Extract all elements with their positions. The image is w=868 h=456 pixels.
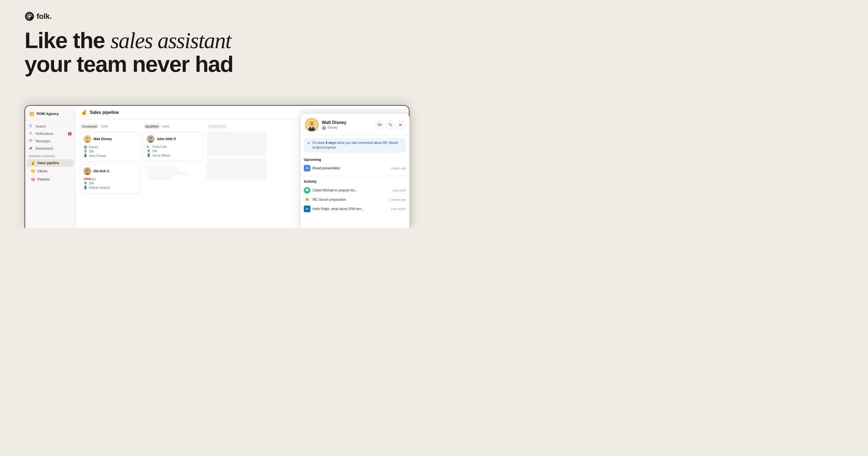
sidebar: 💥 POW Agency Search Notifications 6 Mess…	[25, 106, 75, 228]
kanban-card-blurred-1	[143, 163, 203, 184]
column-amount-contacted: $30K	[101, 125, 108, 128]
sidebar-group-sales-pipeline[interactable]: 💰 Sales pipeline	[27, 159, 74, 167]
dashboards-icon	[29, 146, 33, 150]
card-company-disney: 🏰 Disney	[84, 145, 136, 149]
contact-company-emoji: 🏰	[322, 126, 326, 130]
activity-time-linkedin: Last month	[391, 207, 406, 211]
card-contact-coca-cola: 👤 Jenny Wilson	[147, 153, 200, 157]
workspace-name: POW Agency	[37, 112, 59, 116]
ai-nudge-text: It's been 8 days since you last connecte…	[313, 141, 403, 150]
pipeline-header-emoji: 💰	[81, 110, 87, 116]
ai-sparkle-icon: ✦	[307, 141, 310, 145]
svg-rect-7	[30, 147, 31, 149]
card-contact-lego: 👤 Kathryn Murphy	[84, 186, 136, 189]
calendar-icon: 31	[304, 165, 310, 172]
sidebar-item-search[interactable]: Search	[25, 123, 75, 130]
column-tag-contacted: Contacted	[80, 124, 99, 129]
partners-emoji: 🧠	[31, 177, 35, 182]
svg-point-13	[86, 169, 89, 172]
contact-actions: M	[375, 120, 405, 129]
logo-text: folk.	[37, 12, 52, 21]
kanban-card-walt-disney[interactable]: Walt Disney 🏰 Disney 💲 20k 👤 Jane Cooper	[80, 132, 140, 162]
card-person-row-ole: Ole Kirk C.	[84, 168, 136, 175]
svg-rect-8	[31, 147, 32, 149]
upcoming-item-brand-presentation[interactable]: 31 Brand presentation 8 days ago	[304, 164, 406, 173]
svg-rect-6	[29, 148, 30, 149]
sidebar-item-messages[interactable]: Messages	[25, 138, 75, 145]
sidebar-group-clients[interactable]: 💛 Clients	[27, 168, 74, 175]
activity-item-whatsapp[interactable]: 💬 Called Michael to prepare for... Last …	[304, 186, 406, 195]
kanban-column-closed-won: Closed Won	[207, 124, 267, 226]
upcoming-section: Upcoming 31 Brand presentation 8 days ag…	[301, 155, 409, 175]
phone-action-button[interactable]	[386, 120, 395, 129]
clients-emoji: 💛	[31, 169, 35, 173]
contact-name: Walt Disney	[322, 120, 372, 125]
kanban-card-john-stith[interactable]: John Stith P. ■ Coca-Cola 💲 20k 👤 Jenny …	[143, 132, 203, 161]
svg-line-3	[31, 127, 32, 127]
kanban-card-ole-kirk[interactable]: Ole Kirk C. LEGO Lego 💲 20k 👤 Kathryn Mu…	[80, 164, 140, 193]
kanban-column-qualified: Qualified $45K John Stith P.	[143, 124, 203, 226]
upcoming-label: Brand presentation	[313, 166, 389, 170]
shared-groups-label: Shared groups	[25, 152, 75, 159]
pipeline-header-title: Sales pipeline	[90, 110, 119, 115]
svg-point-16	[149, 137, 152, 140]
activity-text-linkedin: Hello Ralph, what about 2PM tom...	[313, 207, 389, 211]
avatar-john-stith	[147, 135, 154, 143]
hero-line1: Like the sales assistant	[25, 29, 233, 53]
card-amount-coca-cola: 💲 20k	[147, 149, 200, 153]
activity-time-gmail: 2 weeks ago	[389, 198, 406, 201]
upcoming-section-title: Upcoming	[304, 157, 406, 162]
contact-info: Walt Disney 🏰 Disney	[322, 120, 372, 130]
amount-icon: 💲	[84, 149, 87, 153]
column-header-contacted: Contacted $30K	[80, 124, 140, 129]
column-header-closed: Closed Won	[207, 124, 267, 129]
sidebar-item-notifications[interactable]: Notifications 6	[25, 130, 75, 138]
sales-pipeline-emoji: 💰	[31, 161, 35, 165]
workspace-header[interactable]: 💥 POW Agency	[25, 109, 75, 120]
divider-line	[301, 176, 409, 176]
coca-cola-icon: ■	[147, 145, 151, 148]
column-tag-qualified: Qualified	[143, 124, 160, 129]
workspace-emoji: 💥	[29, 111, 34, 116]
card-amount-lego: 💲 20k	[84, 181, 136, 185]
activity-text-gmail: RE: launch preparation	[313, 198, 387, 202]
card-person-row-john: John Stith P.	[147, 135, 200, 143]
person-icon: 👤	[84, 154, 87, 157]
activity-time-whatsapp: Last week	[392, 189, 406, 192]
linkedin-icon: in	[304, 206, 310, 212]
svg-point-1	[28, 15, 31, 18]
person-icon2: 👤	[84, 186, 87, 189]
logo-area: folk.	[25, 11, 52, 21]
svg-point-10	[86, 137, 89, 140]
activity-text-whatsapp: Called Michael to prepare for...	[313, 188, 390, 192]
card-company-lego: LEGO Lego	[84, 177, 136, 181]
amount-icon2: 💲	[84, 181, 87, 185]
card-person-row: Walt Disney	[84, 135, 136, 143]
card-name-john-stith: John Stith P.	[157, 137, 176, 141]
bell-icon	[29, 132, 33, 136]
column-header-qualified: Qualified $45K	[143, 124, 203, 129]
person-icon3: 👤	[147, 153, 151, 157]
gmail-action-button[interactable]: M	[396, 120, 405, 129]
activity-item-gmail[interactable]: M RE: launch preparation 2 weeks ago	[304, 195, 406, 204]
gmail-icon: M	[304, 196, 310, 203]
whatsapp-icon: 💬	[304, 187, 310, 193]
activity-section: Activity 💬 Called Michael to prepare for…	[301, 177, 409, 216]
contact-company-name: Disney	[328, 126, 338, 129]
avatar-walt-disney	[84, 135, 91, 143]
activity-item-linkedin[interactable]: in Hello Ralph, what about 2PM tom... La…	[304, 204, 406, 214]
sidebar-item-dashboards[interactable]: Dashboards	[25, 145, 75, 152]
svg-point-2	[29, 124, 31, 127]
svg-point-20	[310, 122, 313, 125]
email-action-button[interactable]	[375, 120, 384, 129]
sidebar-group-partners[interactable]: 🧠 Partners	[27, 176, 74, 183]
column-tag-closed: Closed Won	[207, 124, 228, 129]
avatar-ole-kirk	[84, 168, 91, 175]
card-company-coca-cola: ■ Coca-Cola	[147, 145, 200, 148]
disney-logo-icon: 🏰	[84, 145, 87, 149]
notification-badge: 6	[68, 132, 71, 135]
lego-icon: LEGO	[84, 178, 87, 180]
contact-company-row: 🏰 Disney	[322, 126, 372, 130]
card-name-ole-kirk: Ole Kirk C.	[93, 169, 110, 173]
hero-italic: sales assistant	[111, 28, 231, 53]
